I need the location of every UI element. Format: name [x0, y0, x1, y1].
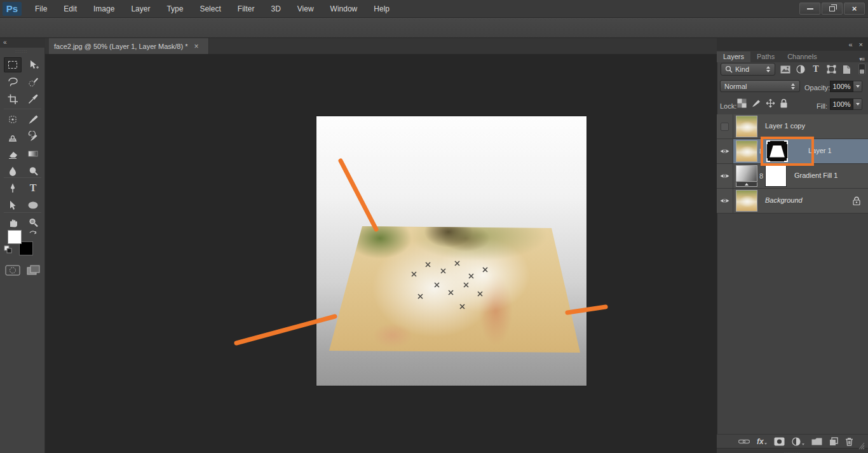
visibility-toggle[interactable]	[717, 114, 733, 139]
annotation-line-right	[567, 307, 606, 313]
tool-panel-header[interactable]: «	[0, 38, 45, 48]
add-layer-mask-icon[interactable]	[774, 437, 785, 446]
panel-resize-strip[interactable]: ::::::::	[717, 448, 868, 453]
tab-channels[interactable]: Channels	[781, 51, 823, 62]
quick-mask-button[interactable]	[5, 265, 20, 277]
opacity-value[interactable]: 100%	[830, 81, 853, 92]
filter-kind-dropdown[interactable]: Kind	[721, 63, 775, 76]
fill-label: Fill:	[817, 100, 827, 112]
layer-name[interactable]: Background	[765, 196, 803, 204]
panel-resize-grip[interactable]	[858, 442, 865, 450]
tab-paths[interactable]: Paths	[750, 51, 781, 62]
filter-image-icon[interactable]	[779, 64, 792, 75]
tool-eraser[interactable]	[4, 146, 22, 161]
fill-dropdown-arrow[interactable]	[853, 98, 862, 110]
tool-path-selection[interactable]	[4, 198, 22, 213]
menu-view[interactable]: View	[289, 0, 322, 18]
restore-button[interactable]	[822, 3, 843, 15]
layer-locked-icon	[853, 196, 860, 205]
spinner-icon	[790, 83, 796, 90]
menu-3d[interactable]: 3D	[262, 0, 288, 18]
visibility-toggle[interactable]	[717, 164, 733, 188]
menu-file[interactable]: File	[27, 0, 55, 18]
layer-mask-thumbnail[interactable]	[765, 165, 787, 187]
default-colors-icon[interactable]	[4, 245, 13, 254]
minimize-button[interactable]	[799, 3, 820, 15]
tool-eyedropper[interactable]	[24, 91, 42, 107]
filter-adjustment-icon[interactable]	[794, 64, 807, 75]
tab-layers[interactable]: Layers	[717, 51, 750, 62]
new-adjustment-layer-icon[interactable]	[792, 437, 804, 446]
tool-zoom[interactable]	[24, 215, 42, 230]
tool-blur[interactable]	[4, 163, 22, 179]
menu-window[interactable]: Window	[322, 0, 366, 18]
layer-row-layer1-copy[interactable]: Layer 1 copy	[717, 114, 868, 139]
tool-crop[interactable]	[4, 91, 22, 107]
layer-row-background[interactable]: Background	[717, 189, 868, 213]
new-layer-icon[interactable]	[829, 437, 838, 446]
opacity-control[interactable]: 100%	[830, 81, 862, 92]
filter-toggle-switch[interactable]	[855, 64, 868, 75]
visibility-toggle[interactable]	[717, 139, 733, 163]
close-button[interactable]: ×	[844, 3, 865, 15]
lock-position-icon[interactable]	[766, 98, 775, 108]
canvas-area[interactable]	[45, 54, 717, 453]
menu-filter[interactable]: Filter	[229, 0, 263, 18]
crop-icon	[7, 93, 18, 105]
tool-ellipse-shape[interactable]	[24, 198, 42, 213]
tool-clone-stamp[interactable]	[4, 129, 22, 144]
mask-link-icon[interactable]: 8	[759, 172, 763, 180]
tool-dodge[interactable]	[24, 163, 42, 179]
screen-mode-button[interactable]	[27, 265, 41, 278]
filter-smart-object-icon[interactable]	[840, 64, 853, 75]
menu-select[interactable]: Select	[191, 0, 229, 18]
tool-brush[interactable]	[24, 112, 42, 127]
blend-mode-dropdown[interactable]: Normal	[720, 80, 800, 92]
layer-thumbnail[interactable]	[736, 190, 757, 212]
tool-lasso[interactable]	[4, 74, 22, 90]
layer-name[interactable]: Layer 1 copy	[765, 122, 805, 130]
document-tab[interactable]: face2.jpg @ 50% (Layer 1, Layer Mask/8) …	[49, 38, 209, 54]
link-layers-icon[interactable]	[738, 438, 750, 445]
layer-name[interactable]: Gradient Fill 1	[794, 172, 837, 179]
lock-pixels-icon[interactable]	[751, 98, 761, 108]
menu-help[interactable]: Help	[365, 0, 398, 18]
layer-styles-icon[interactable]: fx	[757, 437, 767, 446]
tool-rectangular-marquee[interactable]	[4, 57, 22, 72]
lock-all-icon[interactable]	[780, 98, 788, 108]
tool-pen[interactable]	[4, 180, 22, 196]
panel-menu-icon[interactable]: ▾≡	[859, 56, 864, 62]
layer-thumbnail[interactable]	[736, 116, 757, 137]
foreground-color-swatch[interactable]	[8, 230, 22, 244]
collapse-panels-icon[interactable]: «	[848, 41, 851, 48]
tool-type[interactable]: T	[24, 180, 42, 196]
new-group-icon[interactable]	[811, 437, 822, 445]
layer-row-gradient-fill[interactable]: 8 Gradient Fill 1	[717, 164, 868, 189]
layer-filter-icons: T	[779, 64, 868, 75]
opacity-dropdown-arrow[interactable]	[853, 81, 862, 92]
tool-move[interactable]	[24, 57, 42, 72]
gradient-fill-thumbnail[interactable]	[736, 165, 757, 182]
tool-gradient[interactable]	[24, 146, 42, 161]
visibility-toggle[interactable]	[717, 189, 733, 213]
delete-layer-icon[interactable]	[845, 437, 853, 446]
tool-healing-brush[interactable]	[4, 112, 22, 127]
clone-stamp-icon	[7, 131, 18, 142]
menu-layer[interactable]: Layer	[123, 0, 158, 18]
tool-hand[interactable]	[4, 215, 22, 230]
close-panel-icon[interactable]: ×	[859, 41, 863, 48]
lock-transparency-icon[interactable]	[737, 98, 747, 108]
fill-control[interactable]: 100%	[830, 98, 862, 110]
fill-value[interactable]: 100%	[830, 98, 853, 110]
menu-edit[interactable]: Edit	[55, 0, 85, 18]
menu-image[interactable]: Image	[85, 0, 123, 18]
tool-panel-grip[interactable]: ::::::	[15, 48, 27, 54]
tool-history-brush[interactable]	[24, 129, 42, 144]
menu-type[interactable]: Type	[158, 0, 191, 18]
tool-quick-selection[interactable]	[24, 74, 42, 90]
document-tab-close-icon[interactable]: ×	[194, 42, 199, 51]
swap-colors-icon[interactable]	[28, 229, 38, 239]
layer-thumbnail[interactable]	[736, 140, 757, 162]
filter-shape-icon[interactable]	[825, 64, 837, 75]
filter-type-icon[interactable]: T	[810, 64, 822, 75]
